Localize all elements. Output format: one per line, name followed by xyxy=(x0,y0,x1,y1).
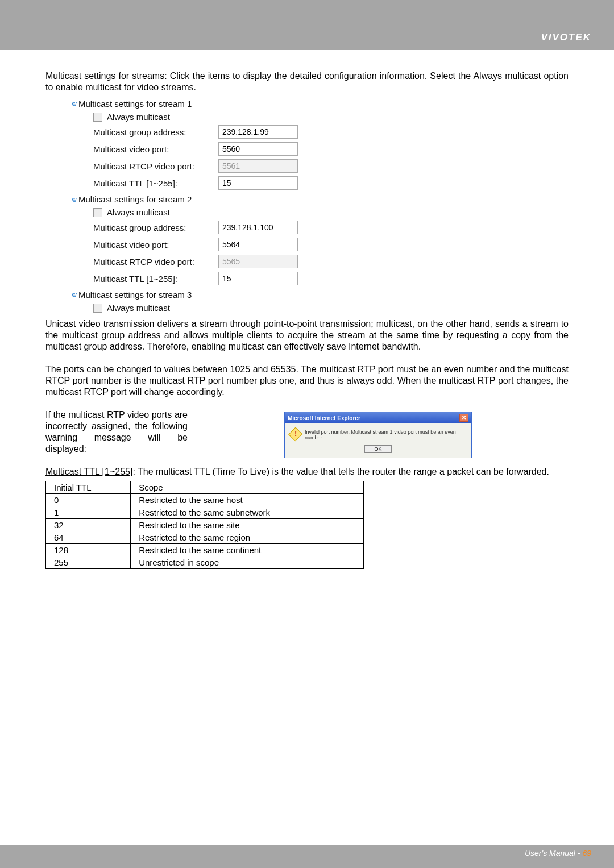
s1-group-input[interactable] xyxy=(218,125,298,139)
dialog-title-text: Microsoft Internet Explorer xyxy=(288,415,360,421)
page-footer: User's Manual - 69 xyxy=(525,849,591,858)
chevron-down-icon: vv xyxy=(72,196,75,203)
dialog-ok-button[interactable]: OK xyxy=(364,445,392,453)
table-row: 1Restricted to the same subnetwork xyxy=(46,506,364,519)
ttl-paragraph: Multicast TTL [1~255]: The multicast TTL… xyxy=(45,466,569,477)
s1-rtcp-input xyxy=(218,159,298,173)
table-row: 255Unrestricted in scope xyxy=(46,556,364,569)
ttl-body: : The multicast TTL (Time To Live) is th… xyxy=(132,467,549,476)
warning-intro: If the multicast RTP video ports are inc… xyxy=(45,409,188,455)
stream1-always-checkbox[interactable] xyxy=(93,113,102,122)
table-row: 0Restricted to the same host xyxy=(46,494,364,506)
brand-logo: VIVOTEK xyxy=(541,32,591,43)
s1-ttl-input[interactable] xyxy=(218,176,298,190)
close-icon[interactable]: ✕ xyxy=(459,414,468,422)
warning-dialog: Microsoft Internet Explorer ✕ ! Invalid … xyxy=(284,412,472,458)
chevron-down-icon: vv xyxy=(72,100,75,108)
s2-group-lbl: Multicast group address: xyxy=(93,223,218,232)
stream3-title: Multicast settings for stream 3 xyxy=(78,290,192,300)
header-divider xyxy=(0,50,614,56)
s1-vport-input[interactable] xyxy=(218,142,298,156)
unicast-paragraph: Unicast video transmission delivers a st… xyxy=(45,318,569,352)
s2-vport-lbl: Multicast video port: xyxy=(93,240,218,250)
table-row: 64Restricted to the same region xyxy=(46,531,364,544)
ttl-table: Initial TTL Scope 0Restricted to the sam… xyxy=(45,481,364,569)
stream3-always-checkbox[interactable] xyxy=(93,304,102,313)
s2-ttl-input[interactable] xyxy=(218,272,298,285)
stream2-always-label: Always multicast xyxy=(107,207,170,217)
footer-page-number: 69 xyxy=(582,849,591,858)
stream1-header[interactable]: vv Multicast settings for stream 1 xyxy=(72,99,569,109)
page: VIVOTEK Multicast settings for streams: … xyxy=(0,0,614,868)
stream1-always-row: Always multicast xyxy=(93,112,569,122)
chevron-down-icon: vv xyxy=(72,291,75,299)
th-initial-ttl: Initial TTL xyxy=(46,481,131,494)
stream2-header[interactable]: vv Multicast settings for stream 2 xyxy=(72,194,569,204)
table-header-row: Initial TTL Scope xyxy=(46,481,364,494)
dialog-titlebar: Microsoft Internet Explorer ✕ xyxy=(285,412,471,423)
intro-paragraph: Multicast settings for streams: Click th… xyxy=(45,70,569,93)
s1-vport-lbl: Multicast video port: xyxy=(93,144,218,154)
ttl-heading: Multicast TTL [1~255] xyxy=(45,467,132,476)
stream2-always-row: Always multicast xyxy=(93,207,569,217)
stream3-always-row: Always multicast xyxy=(93,303,569,313)
multicast-config-panel: vv Multicast settings for stream 1 Alway… xyxy=(85,99,569,313)
intro-heading: Multicast settings for streams xyxy=(45,71,164,81)
s2-rtcp-lbl: Multicast RTCP video port: xyxy=(93,257,218,267)
stream1-title: Multicast settings for stream 1 xyxy=(78,99,192,109)
s2-vport-input[interactable] xyxy=(218,238,298,251)
stream2-always-checkbox[interactable] xyxy=(93,208,102,217)
s1-group-lbl: Multicast group address: xyxy=(93,127,218,137)
th-scope: Scope xyxy=(131,481,364,494)
s1-ttl-lbl: Multicast TTL [1~255]: xyxy=(93,178,218,188)
stream2-title: Multicast settings for stream 2 xyxy=(78,194,192,204)
footer-text: User's Manual - xyxy=(525,849,582,858)
stream3-always-label: Always multicast xyxy=(107,303,170,313)
s2-rtcp-input xyxy=(218,255,298,268)
stream3-header[interactable]: vv Multicast settings for stream 3 xyxy=(72,290,569,300)
s2-group-input[interactable] xyxy=(218,221,298,234)
s2-ttl-lbl: Multicast TTL [1~255]: xyxy=(93,274,218,284)
ports-paragraph: The ports can be changed to values betwe… xyxy=(45,364,569,398)
dialog-message: Invalid port number. Multicast stream 1 … xyxy=(305,429,466,441)
stream1-always-label: Always multicast xyxy=(107,112,170,122)
content-area: Multicast settings for streams: Click th… xyxy=(0,56,614,845)
table-row: 128Restricted to the same continent xyxy=(46,544,364,556)
table-row: 32Restricted to the same site xyxy=(46,519,364,531)
warning-icon: ! xyxy=(288,427,302,442)
s1-rtcp-lbl: Multicast RTCP video port: xyxy=(93,161,218,171)
